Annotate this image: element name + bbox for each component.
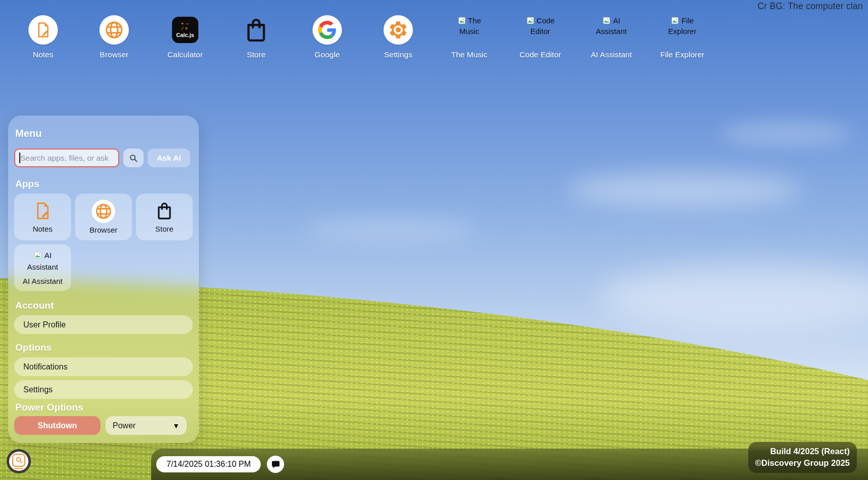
menu-title: Menu [15, 128, 193, 139]
app-tile-label: Store [155, 225, 173, 233]
chevron-down-icon: ▼ [172, 422, 180, 430]
desktop-icon-browser[interactable]: Browser [84, 13, 145, 59]
desktop-icon-label: Store [247, 50, 265, 59]
broken-image-icon [671, 16, 679, 25]
app-tile-notes[interactable]: Notes [14, 194, 71, 240]
calc-logo-text: Calc.js [176, 32, 194, 39]
desktop-icon-label: File Explorer [661, 50, 705, 59]
desktop-icon-code-editor[interactable]: Code Editor Code Editor [510, 13, 571, 59]
google-g-icon [313, 13, 342, 47]
chat-button[interactable] [267, 456, 284, 473]
text-caret [19, 153, 20, 163]
desktop-icon-label: Notes [33, 50, 54, 59]
desktop-icon-label: Code Editor [519, 50, 561, 59]
broken-image-icon [602, 16, 611, 25]
desktop-icon-calculator[interactable]: + − ⁄ × Calc.js Calculator [155, 13, 216, 59]
menu-search-row: Ask AI [14, 149, 193, 167]
desktop-icon-ai-assistant[interactable]: AI Assistant AI Assistant [581, 13, 642, 59]
image-alt-text: AI Assistant [27, 251, 58, 271]
horizon-haze [599, 264, 868, 329]
broken-image-icon [526, 16, 535, 25]
broken-image-icon [458, 16, 466, 25]
app-tile-label: Notes [32, 225, 52, 233]
desktop-icon-store[interactable]: Store [226, 13, 287, 59]
power-row: Shutdown Power ▼ [14, 416, 193, 435]
logo-fine-print [14, 468, 23, 469]
notes-icon [33, 201, 52, 222]
taskbar-clock[interactable]: 7/14/2025 01:36:10 PM [156, 456, 261, 472]
globe-icon [99, 13, 129, 47]
notifications-button[interactable]: Notifications [14, 357, 193, 376]
search-button[interactable] [123, 149, 144, 167]
desktop-icon-settings[interactable]: Settings [368, 13, 429, 59]
taskbar-search-button[interactable] [7, 449, 31, 473]
copyright: ©Discovery Group 2025 [755, 457, 850, 469]
search-logo-icon [12, 454, 25, 467]
app-tile-label: AI Assistant [23, 277, 62, 285]
settings-button[interactable]: Settings [14, 380, 193, 399]
ask-ai-button[interactable]: Ask AI [148, 149, 190, 167]
desktop-icon-label: Calculator [167, 50, 203, 59]
desktop-icon-label: Browser [100, 50, 129, 59]
globe-icon [92, 200, 115, 223]
gear-icon [384, 13, 413, 47]
broken-image-icon [33, 251, 42, 260]
cloud [568, 172, 802, 208]
app-tile-label: Browser [89, 226, 117, 234]
desktop-icon-label: Settings [384, 50, 412, 59]
shopping-bag-icon [155, 201, 174, 222]
broken-image-placeholder: AI Assistant [24, 250, 61, 274]
background-credit: Cr BG: The computer clan [757, 1, 863, 12]
search-input[interactable] [14, 149, 119, 167]
desktop-icon-google[interactable]: Google [297, 13, 358, 59]
desktop-icon-label: The Music [451, 50, 488, 59]
image-alt-text: AI Assistant [596, 16, 627, 36]
cloud [720, 122, 852, 145]
calculator-icon: + − ⁄ × Calc.js [172, 13, 198, 47]
broken-image-placeholder: AI Assistant [589, 13, 633, 47]
desktop-icon-label: Google [315, 50, 340, 59]
start-menu-panel: Menu Ask AI Apps Notes Browser [8, 116, 199, 443]
apps-heading: Apps [15, 178, 193, 190]
options-heading: Options [15, 342, 193, 353]
apps-grid: Notes Browser Store AI Assistant AI Assi… [14, 194, 193, 291]
desktop-icon-notes[interactable]: Notes [13, 13, 74, 59]
build-version: Build 4/2025 (React) [755, 446, 850, 457]
chat-bubble-icon [271, 460, 281, 469]
magnifier-icon [128, 153, 138, 163]
power-dropdown[interactable]: Power ▼ [106, 416, 187, 435]
desktop-icon-the-music[interactable]: The Music The Music [439, 13, 500, 59]
calc-symbols: ⁄ × [182, 26, 188, 31]
broken-image-placeholder: File Explorer [661, 13, 704, 47]
desktop-icon-file-explorer[interactable]: File Explorer File Explorer [652, 13, 713, 59]
desktop-icon-label: AI Assistant [591, 50, 632, 59]
cloud [304, 218, 477, 241]
power-options-heading: Power Options [15, 402, 193, 413]
app-tile-ai-assistant[interactable]: AI Assistant AI Assistant [14, 244, 71, 291]
power-dropdown-label: Power [113, 421, 135, 430]
build-info: Build 4/2025 (React) ©Discovery Group 20… [748, 442, 857, 473]
app-tile-browser[interactable]: Browser [75, 194, 132, 240]
account-heading: Account [15, 300, 193, 311]
desktop-icon-row: Notes Browser + − ⁄ × Calc.js Calculator… [13, 13, 713, 59]
user-profile-button[interactable]: User Profile [14, 315, 193, 334]
app-tile-store[interactable]: Store [136, 194, 193, 240]
shutdown-button[interactable]: Shutdown [14, 416, 100, 435]
broken-image-placeholder: The Music [447, 13, 491, 47]
broken-image-placeholder: Code Editor [518, 13, 562, 47]
notes-icon [28, 13, 58, 47]
shopping-bag-icon [243, 13, 269, 47]
